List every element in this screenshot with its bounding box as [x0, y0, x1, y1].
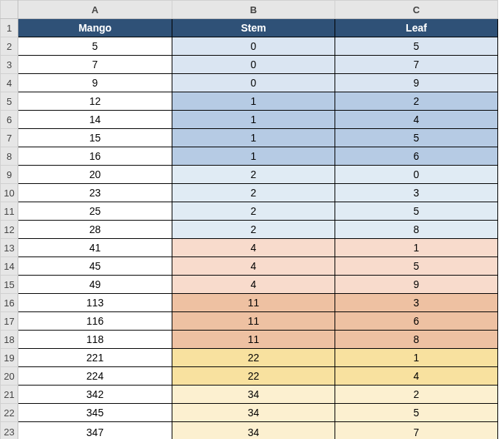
cell-B19[interactable]: 22	[172, 349, 335, 367]
cell-A15[interactable]: 49	[18, 276, 172, 294]
cell-B5[interactable]: 1	[172, 92, 335, 111]
row-header-16[interactable]: 16	[1, 294, 18, 312]
row-header-4[interactable]: 4	[1, 74, 18, 92]
row-header-20[interactable]: 20	[1, 367, 18, 385]
cell-C19[interactable]: 1	[335, 349, 498, 367]
cell-C8[interactable]: 6	[335, 147, 498, 166]
cell-B16[interactable]: 11	[172, 294, 335, 312]
row-header-18[interactable]: 18	[1, 331, 18, 349]
spreadsheet-grid[interactable]: A B C 1MangoStemLeaf25053707490951212614…	[0, 0, 498, 439]
cell-C1[interactable]: Leaf	[335, 19, 498, 37]
cell-C13[interactable]: 1	[335, 239, 498, 257]
cell-B2[interactable]: 0	[172, 37, 335, 56]
cell-B7[interactable]: 1	[172, 129, 335, 147]
cell-C2[interactable]: 5	[335, 37, 498, 56]
cell-C7[interactable]: 5	[335, 129, 498, 147]
cell-A13[interactable]: 41	[18, 239, 172, 257]
cell-B22[interactable]: 34	[172, 404, 335, 422]
row-header-12[interactable]: 12	[1, 221, 18, 239]
column-header-b[interactable]: B	[172, 1, 335, 19]
row-header-23[interactable]: 23	[1, 422, 18, 440]
cell-B6[interactable]: 1	[172, 111, 335, 129]
cell-B9[interactable]: 2	[172, 166, 335, 184]
row-header-14[interactable]: 14	[1, 257, 18, 276]
row-header-22[interactable]: 22	[1, 404, 18, 422]
cell-A14[interactable]: 45	[18, 257, 172, 276]
cell-A1[interactable]: Mango	[18, 19, 172, 37]
cell-C10[interactable]: 3	[335, 184, 498, 202]
cell-B13[interactable]: 4	[172, 239, 335, 257]
cell-B4[interactable]: 0	[172, 74, 335, 92]
cell-C11[interactable]: 5	[335, 202, 498, 221]
row-header-9[interactable]: 9	[1, 166, 18, 184]
row-header-6[interactable]: 6	[1, 111, 18, 129]
row-header-21[interactable]: 21	[1, 385, 18, 404]
cell-A5[interactable]: 12	[18, 92, 172, 111]
cell-C16[interactable]: 3	[335, 294, 498, 312]
column-header-c[interactable]: C	[335, 1, 498, 19]
row-header-15[interactable]: 15	[1, 276, 18, 294]
row-header-3[interactable]: 3	[1, 56, 18, 74]
cell-B1[interactable]: Stem	[172, 19, 335, 37]
cell-A12[interactable]: 28	[18, 221, 172, 239]
row-header-8[interactable]: 8	[1, 147, 18, 166]
cell-C14[interactable]: 5	[335, 257, 498, 276]
cell-A11[interactable]: 25	[18, 202, 172, 221]
cell-A20[interactable]: 224	[18, 367, 172, 385]
cell-C6[interactable]: 4	[335, 111, 498, 129]
cell-C23[interactable]: 7	[335, 422, 498, 440]
cell-B3[interactable]: 0	[172, 56, 335, 74]
cell-C3[interactable]: 7	[335, 56, 498, 74]
cell-A3[interactable]: 7	[18, 56, 172, 74]
row-header-19[interactable]: 19	[1, 349, 18, 367]
cell-C17[interactable]: 6	[335, 312, 498, 331]
cell-B23[interactable]: 34	[172, 422, 335, 440]
cell-B15[interactable]: 4	[172, 276, 335, 294]
cell-B10[interactable]: 2	[172, 184, 335, 202]
row-header-1[interactable]: 1	[1, 19, 18, 37]
cell-A6[interactable]: 14	[18, 111, 172, 129]
row-header-11[interactable]: 11	[1, 202, 18, 221]
cell-A9[interactable]: 20	[18, 166, 172, 184]
cell-A7[interactable]: 15	[18, 129, 172, 147]
row-header-10[interactable]: 10	[1, 184, 18, 202]
cell-C22[interactable]: 5	[335, 404, 498, 422]
cell-C4[interactable]: 9	[335, 74, 498, 92]
cell-B20[interactable]: 22	[172, 367, 335, 385]
cell-A8[interactable]: 16	[18, 147, 172, 166]
cell-A10[interactable]: 23	[18, 184, 172, 202]
cell-C15[interactable]: 9	[335, 276, 498, 294]
cell-B21[interactable]: 34	[172, 385, 335, 404]
cell-A4[interactable]: 9	[18, 74, 172, 92]
cell-A2[interactable]: 5	[18, 37, 172, 56]
cell-A16[interactable]: 113	[18, 294, 172, 312]
row-header-13[interactable]: 13	[1, 239, 18, 257]
cell-B11[interactable]: 2	[172, 202, 335, 221]
cell-C12[interactable]: 8	[335, 221, 498, 239]
cell-B12[interactable]: 2	[172, 221, 335, 239]
cell-A17[interactable]: 116	[18, 312, 172, 331]
row-header-7[interactable]: 7	[1, 129, 18, 147]
row-header-5[interactable]: 5	[1, 92, 18, 111]
row-header-2[interactable]: 2	[1, 37, 18, 56]
cell-A18[interactable]: 118	[18, 331, 172, 349]
cell-C20[interactable]: 4	[335, 367, 498, 385]
cell-C9[interactable]: 0	[335, 166, 498, 184]
cell-A21[interactable]: 342	[18, 385, 172, 404]
cell-B18[interactable]: 11	[172, 331, 335, 349]
cell-A19[interactable]: 221	[18, 349, 172, 367]
cell-C5[interactable]: 2	[335, 92, 498, 111]
cell-A23[interactable]: 347	[18, 422, 172, 440]
cell-A22[interactable]: 345	[18, 404, 172, 422]
column-header-a[interactable]: A	[18, 1, 172, 19]
cell-B17[interactable]: 11	[172, 312, 335, 331]
select-all-corner[interactable]	[1, 1, 18, 19]
row-header-17[interactable]: 17	[1, 312, 18, 331]
cell-C18[interactable]: 8	[335, 331, 498, 349]
cell-B14[interactable]: 4	[172, 257, 335, 276]
cell-B8[interactable]: 1	[172, 147, 335, 166]
cell-C21[interactable]: 2	[335, 385, 498, 404]
